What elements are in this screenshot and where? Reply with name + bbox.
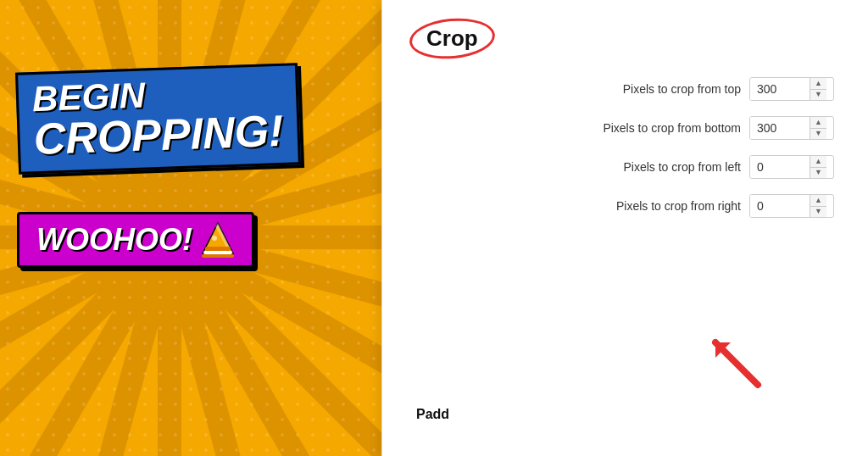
crop-top-down-button[interactable]: ▼ [810,90,826,101]
crop-left-up-button[interactable]: ▲ [810,156,826,168]
crop-form: Pixels to crop from top ▲ ▼ Pixels to cr… [416,77,834,218]
crop-right-input-wrapper: ▲ ▼ [749,194,834,218]
crop-top-input-wrapper: ▲ ▼ [749,77,834,101]
left-panel: BEGIN CROPPING! WOOHOO! [0,0,381,456]
headline-cropping: CROPPING! [33,108,284,161]
crop-left-row: Pixels to crop from left ▲ ▼ [416,155,834,179]
crop-bottom-input-wrapper: ▲ ▼ [749,116,834,140]
svg-rect-28 [202,254,234,258]
crop-left-down-button[interactable]: ▼ [810,168,826,179]
crop-title: Crop [416,22,488,54]
crop-top-row: Pixels to crop from top ▲ ▼ [416,77,834,101]
woohoo-box: WOOHOO! [17,212,254,268]
headline-box: BEGIN CROPPING! [15,63,301,175]
crop-bottom-spinner: ▲ ▼ [810,117,826,139]
crop-left-input-wrapper: ▲ ▼ [749,155,834,179]
svg-point-29 [212,236,217,241]
crop-bottom-row: Pixels to crop from bottom ▲ ▼ [416,116,834,140]
svg-rect-27 [203,251,232,254]
crop-right-label: Pixels to crop from right [616,199,741,213]
crop-right-up-button[interactable]: ▲ [810,195,826,207]
right-panel: Crop Pixels to crop from top ▲ ▼ Pixels … [381,0,868,456]
svg-rect-26 [205,247,231,251]
crop-right-row: Pixels to crop from right ▲ ▼ [416,194,834,218]
crop-bottom-up-button[interactable]: ▲ [810,117,826,129]
crop-right-down-button[interactable]: ▼ [810,207,826,218]
crop-bottom-label: Pixels to crop from bottom [603,121,741,135]
crop-top-label: Pixels to crop from top [623,82,741,96]
crop-bottom-input[interactable] [750,117,810,139]
crop-title-container: Crop [416,25,488,52]
crop-left-spinner: ▲ ▼ [810,156,826,178]
crop-right-spinner: ▲ ▼ [810,195,826,217]
crop-top-spinner: ▲ ▼ [810,78,826,100]
vlc-cone-icon [201,221,235,259]
crop-left-input[interactable] [750,156,810,178]
red-arrow-decoration [698,325,766,397]
crop-right-input[interactable] [750,195,810,217]
crop-top-input[interactable] [750,78,810,100]
crop-top-up-button[interactable]: ▲ [810,78,826,90]
woohoo-text: WOOHOO! [36,222,192,258]
crop-bottom-down-button[interactable]: ▼ [810,129,826,140]
crop-left-label: Pixels to crop from left [624,160,742,174]
padd-label: Padd [416,407,449,422]
